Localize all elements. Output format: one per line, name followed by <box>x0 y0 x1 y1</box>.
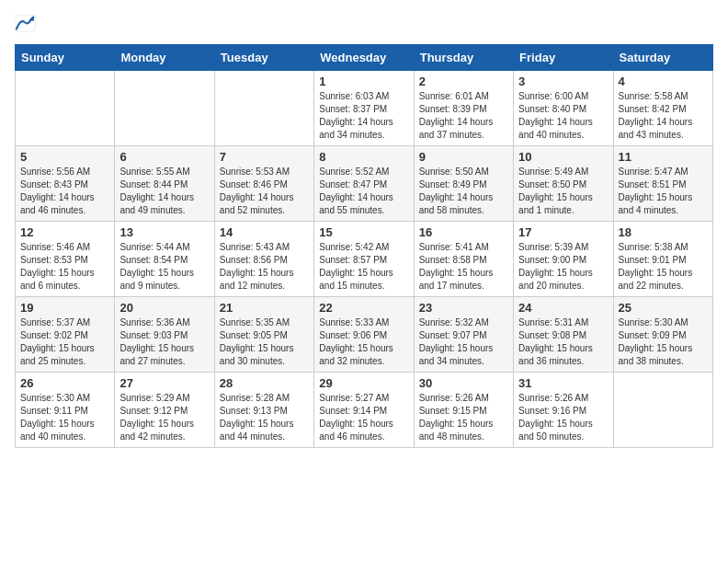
day-number: 26 <box>20 376 109 390</box>
day-number: 24 <box>518 301 608 315</box>
calendar-cell: 11Sunrise: 5:47 AM Sunset: 8:51 PM Dayli… <box>613 146 712 222</box>
day-info: Sunrise: 5:56 AM Sunset: 8:43 PM Dayligh… <box>20 166 109 217</box>
calendar-cell: 16Sunrise: 5:41 AM Sunset: 8:58 PM Dayli… <box>414 222 513 297</box>
day-number: 17 <box>518 225 608 239</box>
calendar-table: SundayMondayTuesdayWednesdayThursdayFrid… <box>15 44 713 448</box>
calendar-cell: 3Sunrise: 6:00 AM Sunset: 8:40 PM Daylig… <box>514 71 613 146</box>
day-of-week-header: Friday <box>514 45 613 71</box>
day-number: 6 <box>119 150 209 164</box>
calendar-cell: 22Sunrise: 5:33 AM Sunset: 9:06 PM Dayli… <box>314 297 414 373</box>
day-info: Sunrise: 6:03 AM Sunset: 8:37 PM Dayligh… <box>319 90 408 142</box>
calendar-cell: 26Sunrise: 5:30 AM Sunset: 9:11 PM Dayli… <box>16 373 115 448</box>
day-number: 1 <box>319 75 408 88</box>
day-info: Sunrise: 5:32 AM Sunset: 9:07 PM Dayligh… <box>419 316 508 368</box>
day-number: 29 <box>319 376 408 390</box>
day-info: Sunrise: 5:31 AM Sunset: 9:08 PM Dayligh… <box>518 316 608 368</box>
calendar-cell: 20Sunrise: 5:36 AM Sunset: 9:03 PM Dayli… <box>115 297 214 373</box>
day-of-week-header: Tuesday <box>214 45 313 71</box>
day-number: 9 <box>419 150 508 164</box>
logo <box>15 15 40 33</box>
calendar-cell: 27Sunrise: 5:29 AM Sunset: 9:12 PM Dayli… <box>115 373 214 448</box>
day-info: Sunrise: 5:29 AM Sunset: 9:12 PM Dayligh… <box>119 392 209 443</box>
calendar-cell: 15Sunrise: 5:42 AM Sunset: 8:57 PM Dayli… <box>314 222 414 297</box>
day-number: 16 <box>419 225 508 239</box>
day-info: Sunrise: 5:30 AM Sunset: 9:11 PM Dayligh… <box>20 392 109 443</box>
calendar-cell: 18Sunrise: 5:38 AM Sunset: 9:01 PM Dayli… <box>613 222 712 297</box>
day-info: Sunrise: 6:01 AM Sunset: 8:39 PM Dayligh… <box>419 90 508 142</box>
day-info: Sunrise: 5:43 AM Sunset: 8:56 PM Dayligh… <box>220 241 309 293</box>
calendar-week-row: 19Sunrise: 5:37 AM Sunset: 9:02 PM Dayli… <box>16 297 713 373</box>
day-number: 22 <box>319 301 408 315</box>
calendar-cell: 9Sunrise: 5:50 AM Sunset: 8:49 PM Daylig… <box>414 146 513 222</box>
calendar-cell <box>16 71 115 146</box>
calendar-week-row: 12Sunrise: 5:46 AM Sunset: 8:53 PM Dayli… <box>16 222 713 297</box>
calendar-cell: 13Sunrise: 5:44 AM Sunset: 8:54 PM Dayli… <box>115 222 214 297</box>
day-of-week-header: Monday <box>115 45 214 71</box>
calendar-cell: 7Sunrise: 5:53 AM Sunset: 8:46 PM Daylig… <box>214 146 313 222</box>
day-number: 23 <box>419 301 508 315</box>
page-header <box>15 15 713 33</box>
day-number: 13 <box>119 225 209 239</box>
calendar-header-row: SundayMondayTuesdayWednesdayThursdayFrid… <box>16 45 713 71</box>
calendar-cell: 31Sunrise: 5:26 AM Sunset: 9:16 PM Dayli… <box>514 373 613 448</box>
day-info: Sunrise: 5:49 AM Sunset: 8:50 PM Dayligh… <box>518 166 608 217</box>
day-info: Sunrise: 5:52 AM Sunset: 8:47 PM Dayligh… <box>319 166 408 217</box>
day-number: 20 <box>119 301 209 315</box>
day-info: Sunrise: 5:30 AM Sunset: 9:09 PM Dayligh… <box>619 316 708 368</box>
day-number: 18 <box>619 225 708 239</box>
calendar-cell: 23Sunrise: 5:32 AM Sunset: 9:07 PM Dayli… <box>414 297 513 373</box>
day-info: Sunrise: 5:39 AM Sunset: 9:00 PM Dayligh… <box>518 241 608 293</box>
day-info: Sunrise: 5:28 AM Sunset: 9:13 PM Dayligh… <box>220 392 309 443</box>
calendar-week-row: 26Sunrise: 5:30 AM Sunset: 9:11 PM Dayli… <box>16 373 713 448</box>
calendar-week-row: 5Sunrise: 5:56 AM Sunset: 8:43 PM Daylig… <box>16 146 713 222</box>
calendar-cell: 21Sunrise: 5:35 AM Sunset: 9:05 PM Dayli… <box>214 297 313 373</box>
day-number: 28 <box>220 376 309 390</box>
day-info: Sunrise: 5:36 AM Sunset: 9:03 PM Dayligh… <box>119 316 209 368</box>
calendar-cell: 8Sunrise: 5:52 AM Sunset: 8:47 PM Daylig… <box>314 146 414 222</box>
day-number: 3 <box>518 75 608 88</box>
day-number: 4 <box>619 75 708 88</box>
day-number: 31 <box>518 376 608 390</box>
day-of-week-header: Sunday <box>16 45 115 71</box>
day-info: Sunrise: 5:33 AM Sunset: 9:06 PM Dayligh… <box>319 316 408 368</box>
calendar-cell: 30Sunrise: 5:26 AM Sunset: 9:15 PM Dayli… <box>414 373 513 448</box>
day-of-week-header: Thursday <box>414 45 513 71</box>
day-number: 12 <box>20 225 109 239</box>
calendar-cell: 6Sunrise: 5:55 AM Sunset: 8:44 PM Daylig… <box>115 146 214 222</box>
calendar-cell: 25Sunrise: 5:30 AM Sunset: 9:09 PM Dayli… <box>613 297 712 373</box>
day-info: Sunrise: 5:38 AM Sunset: 9:01 PM Dayligh… <box>619 241 708 293</box>
calendar-cell: 17Sunrise: 5:39 AM Sunset: 9:00 PM Dayli… <box>514 222 613 297</box>
day-number: 14 <box>220 225 309 239</box>
calendar-cell: 14Sunrise: 5:43 AM Sunset: 8:56 PM Dayli… <box>214 222 313 297</box>
day-info: Sunrise: 5:26 AM Sunset: 9:16 PM Dayligh… <box>518 392 608 443</box>
calendar-cell: 28Sunrise: 5:28 AM Sunset: 9:13 PM Dayli… <box>214 373 313 448</box>
day-number: 5 <box>20 150 109 164</box>
day-of-week-header: Saturday <box>613 45 712 71</box>
day-info: Sunrise: 5:44 AM Sunset: 8:54 PM Dayligh… <box>119 241 209 293</box>
day-info: Sunrise: 5:37 AM Sunset: 9:02 PM Dayligh… <box>20 316 109 368</box>
day-info: Sunrise: 5:35 AM Sunset: 9:05 PM Dayligh… <box>220 316 309 368</box>
calendar-cell: 19Sunrise: 5:37 AM Sunset: 9:02 PM Dayli… <box>16 297 115 373</box>
day-number: 2 <box>419 75 508 88</box>
day-number: 7 <box>220 150 309 164</box>
calendar-cell: 5Sunrise: 5:56 AM Sunset: 8:43 PM Daylig… <box>16 146 115 222</box>
calendar-cell: 24Sunrise: 5:31 AM Sunset: 9:08 PM Dayli… <box>514 297 613 373</box>
day-number: 11 <box>619 150 708 164</box>
day-number: 25 <box>619 301 708 315</box>
day-info: Sunrise: 5:50 AM Sunset: 8:49 PM Dayligh… <box>419 166 508 217</box>
day-number: 27 <box>119 376 209 390</box>
day-info: Sunrise: 5:42 AM Sunset: 8:57 PM Dayligh… <box>319 241 408 293</box>
day-number: 30 <box>419 376 508 390</box>
calendar-cell: 10Sunrise: 5:49 AM Sunset: 8:50 PM Dayli… <box>514 146 613 222</box>
day-info: Sunrise: 5:41 AM Sunset: 8:58 PM Dayligh… <box>419 241 508 293</box>
day-of-week-header: Wednesday <box>314 45 414 71</box>
calendar-cell: 2Sunrise: 6:01 AM Sunset: 8:39 PM Daylig… <box>414 71 513 146</box>
day-number: 8 <box>319 150 408 164</box>
calendar-week-row: 1Sunrise: 6:03 AM Sunset: 8:37 PM Daylig… <box>16 71 713 146</box>
day-info: Sunrise: 5:27 AM Sunset: 9:14 PM Dayligh… <box>319 392 408 443</box>
day-number: 21 <box>220 301 309 315</box>
calendar-cell <box>214 71 313 146</box>
day-number: 10 <box>518 150 608 164</box>
calendar-cell: 29Sunrise: 5:27 AM Sunset: 9:14 PM Dayli… <box>314 373 414 448</box>
calendar-cell: 4Sunrise: 5:58 AM Sunset: 8:42 PM Daylig… <box>613 71 712 146</box>
